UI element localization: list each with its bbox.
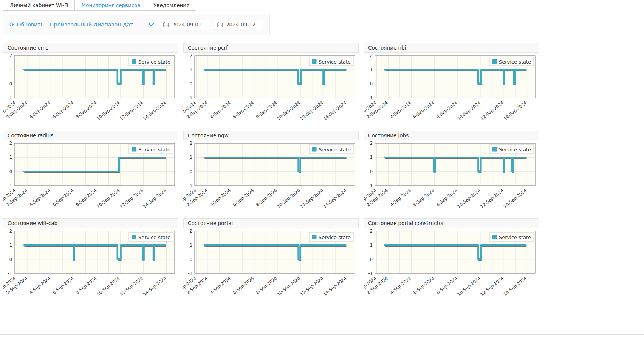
svg-text:12-Sep-2024: 12-Sep-2024 [299,100,324,121]
svg-text:14-Sep-2024: 14-Sep-2024 [503,275,528,297]
svg-text:10-Sep-2024: 10-Sep-2024 [456,275,481,297]
calendar-icon [217,22,223,27]
service-state-chart: -10121-Sep-20242-Sep-20244-Sep-20246-Sep… [3,229,178,299]
tab-notifications[interactable]: Уведомления [147,0,196,11]
service-state-chart: -10121-Sep-20242-Sep-20244-Sep-20246-Sep… [183,229,358,299]
svg-text:4-Sep-2024: 4-Sep-2024 [209,275,232,295]
svg-text:12-Sep-2024: 12-Sep-2024 [119,188,144,209]
chart-title: Состояние portal [183,218,359,228]
svg-text:12-Sep-2024: 12-Sep-2024 [119,275,144,297]
svg-text:4-Sep-2024: 4-Sep-2024 [28,100,51,120]
svg-text:Service state: Service state [319,59,351,65]
svg-text:1: 1 [9,155,12,160]
svg-text:Service state: Service state [499,235,531,240]
svg-text:10-Sep-2024: 10-Sep-2024 [96,100,121,121]
service-state-chart: -10121-Sep-20242-Sep-20244-Sep-20246-Sep… [183,141,358,211]
svg-text:Service state: Service state [138,235,170,240]
svg-text:14-Sep-2024: 14-Sep-2024 [503,188,528,209]
svg-text:6-Sep-2024: 6-Sep-2024 [412,275,435,295]
svg-text:10-Sep-2024: 10-Sep-2024 [96,275,121,297]
svg-text:4-Sep-2024: 4-Sep-2024 [389,100,412,120]
svg-text:1: 1 [370,242,373,248]
svg-text:10-Sep-2024: 10-Sep-2024 [96,188,121,209]
date-from-input[interactable] [172,22,206,28]
svg-text:6-Sep-2024: 6-Sep-2024 [51,188,74,207]
svg-text:-1: -1 [8,271,12,276]
chart-panel-radius: Состояние radius -10121-Sep-20242-Sep-20… [3,131,178,211]
chart-title: Состояние portal constructor [364,218,539,228]
svg-text:12-Sep-2024: 12-Sep-2024 [479,100,505,121]
chart-panel-pcrf: Состояние pcrf -10121-Sep-20242-Sep-2024… [183,43,359,123]
svg-text:4-Sep-2024: 4-Sep-2024 [389,275,412,295]
tabbar: Личный кабинет Wi-Fi Мониторинг сервисов… [0,0,644,11]
svg-text:2: 2 [190,229,192,234]
svg-text:8-Sep-2024: 8-Sep-2024 [75,100,98,120]
svg-text:4-Sep-2024: 4-Sep-2024 [389,188,412,207]
svg-text:8-Sep-2024: 8-Sep-2024 [255,275,278,295]
calendar-icon [163,22,169,27]
svg-text:6-Sep-2024: 6-Sep-2024 [51,100,74,120]
svg-text:8-Sep-2024: 8-Sep-2024 [255,100,278,120]
svg-text:0: 0 [190,257,192,262]
svg-text:10-Sep-2024: 10-Sep-2024 [276,100,301,121]
svg-text:10-Sep-2024: 10-Sep-2024 [456,100,481,121]
svg-text:6-Sep-2024: 6-Sep-2024 [51,275,74,295]
svg-text:0: 0 [370,257,373,262]
date-range-select-value: Произвольный диапазон дат [50,22,133,28]
chart-panel-portal: Состояние portal -10121-Sep-20242-Sep-20… [183,218,359,299]
svg-text:4-Sep-2024: 4-Sep-2024 [28,188,51,207]
filter-toolbar: ⟳ Обновить Произвольный диапазон дат [3,14,270,35]
svg-text:2: 2 [9,229,12,234]
svg-text:10-Sep-2024: 10-Sep-2024 [276,188,301,209]
svg-text:0: 0 [190,81,192,87]
svg-text:1: 1 [190,67,192,72]
date-from-field[interactable] [160,20,209,30]
chart-title: Состояние nbi [364,43,539,53]
service-state-chart: -10121-Sep-20242-Sep-20244-Sep-20246-Sep… [183,53,358,123]
svg-text:0: 0 [370,81,373,87]
svg-text:1: 1 [370,155,373,160]
chart-title: Состояние ems [3,43,178,53]
svg-text:1: 1 [370,67,373,72]
svg-text:-1: -1 [188,271,192,276]
svg-text:12-Sep-2024: 12-Sep-2024 [479,275,505,297]
svg-text:Service state: Service state [138,147,170,152]
svg-text:2: 2 [9,53,12,58]
svg-text:0: 0 [9,257,12,262]
svg-text:8-Sep-2024: 8-Sep-2024 [435,275,458,295]
refresh-icon: ⟳ [9,22,14,28]
svg-text:-1: -1 [368,271,373,276]
date-range-select[interactable]: Произвольный диапазон дат [50,22,154,28]
chart-title: Состояние jobs [364,131,539,140]
svg-text:0: 0 [370,169,373,174]
svg-text:14-Sep-2024: 14-Sep-2024 [142,100,167,121]
chevron-down-icon [149,23,154,26]
tab-personal-cabinet[interactable]: Личный кабинет Wi-Fi [3,0,75,11]
chart-panel-ems: Состояние ems -10121-Sep-20242-Sep-20244… [3,43,178,123]
service-state-chart: -10121-Sep-20242-Sep-20244-Sep-20246-Sep… [364,229,538,299]
svg-text:8-Sep-2024: 8-Sep-2024 [435,100,458,120]
svg-text:4-Sep-2024: 4-Sep-2024 [209,188,232,207]
svg-text:12-Sep-2024: 12-Sep-2024 [479,188,505,209]
date-to-field[interactable] [214,20,263,30]
svg-text:1: 1 [9,67,12,72]
svg-text:Service state: Service state [499,147,531,152]
svg-text:4-Sep-2024: 4-Sep-2024 [28,275,51,295]
refresh-button[interactable]: ⟳ Обновить [9,22,44,28]
chart-title: Состояние wifi-cab [3,218,178,228]
svg-text:Service state: Service state [138,59,170,65]
svg-text:1: 1 [9,242,12,248]
svg-text:-1: -1 [8,183,12,188]
date-to-input[interactable] [226,22,260,28]
chart-title: Состояние ngw [183,131,359,140]
svg-text:6-Sep-2024: 6-Sep-2024 [232,188,255,207]
charts-grid: Состояние ems -10121-Sep-20242-Sep-20244… [3,43,644,299]
svg-text:2: 2 [370,53,373,58]
tab-service-monitoring[interactable]: Мониторинг сервисов [74,0,147,11]
chart-panel-portal-constructor: Состояние portal constructor -10121-Sep-… [364,218,539,299]
svg-text:12-Sep-2024: 12-Sep-2024 [299,188,324,209]
chart-panel-ngw: Состояние ngw -10121-Sep-20242-Sep-20244… [183,131,359,211]
svg-text:6-Sep-2024: 6-Sep-2024 [232,275,255,295]
svg-text:2: 2 [9,141,12,146]
svg-text:14-Sep-2024: 14-Sep-2024 [503,100,528,121]
